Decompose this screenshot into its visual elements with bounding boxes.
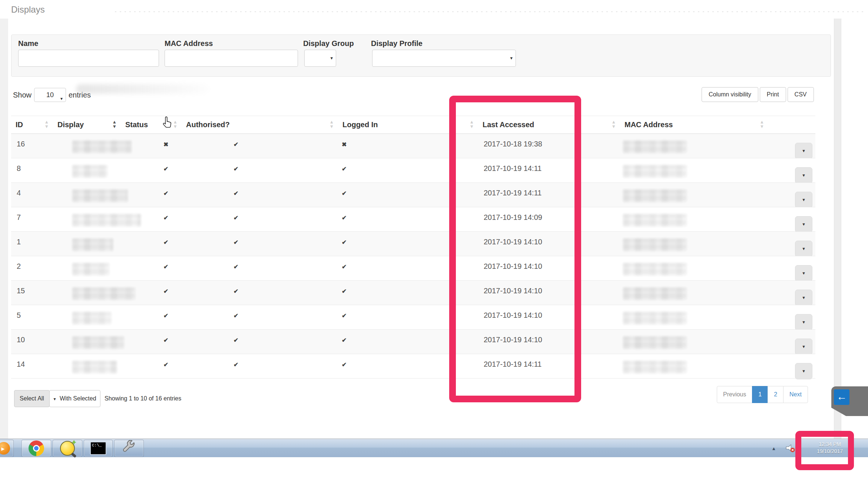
page-length-value: 10 (46, 91, 54, 99)
row-id-cell: 16 (11, 134, 53, 158)
column-header-authorised[interactable]: Authorised? ▴▾ (182, 116, 338, 133)
row-actions-dropdown-button[interactable]: ▾ (795, 167, 812, 184)
check-icon: ✔ (233, 288, 238, 294)
column-header-mac-address[interactable]: MAC Address ▴▾ (620, 116, 768, 133)
row-authorised-cell: ✔ (182, 232, 338, 256)
check-icon: ✔ (163, 288, 168, 294)
mac-filter-label: MAC Address (165, 39, 213, 48)
show-hidden-icons-arrow[interactable]: ▴ (772, 445, 775, 452)
redacted-display-name (72, 165, 107, 178)
chevron-down-icon: ▾ (330, 55, 333, 61)
csv-button[interactable]: CSV (788, 87, 814, 102)
row-status-cell: ✔ (121, 256, 182, 280)
row-actions-cell: ▾ (768, 183, 815, 207)
cross-icon: ✖ (342, 141, 347, 148)
row-actions-dropdown-button[interactable]: ▾ (795, 216, 812, 232)
row-mac-cell (620, 330, 768, 354)
row-actions-dropdown-button[interactable]: ▾ (795, 290, 812, 306)
dock-left-arrow-icon[interactable]: ← (834, 389, 849, 405)
row-display-cell (53, 207, 121, 231)
row-status-cell: ✔ (121, 354, 182, 378)
column-header-id[interactable]: ID ▴▾ (11, 116, 53, 133)
row-actions-cell: ▾ (768, 330, 815, 354)
table-row: 2✔✔✔2017-10-19 14:10▾ (11, 256, 815, 281)
row-display-cell (53, 281, 121, 305)
column-header-actions (768, 116, 815, 133)
pagination-page-2[interactable]: 2 (768, 386, 783, 403)
display-profile-select[interactable]: ▾ (372, 50, 516, 67)
table-header-row: ID ▴▾ Display ▴▾ Status ▴▾ Authorised? ▴… (11, 116, 815, 134)
chevron-down-icon: ▾ (60, 92, 63, 105)
pagination-next[interactable]: Next (783, 386, 808, 403)
row-id-cell: 14 (11, 354, 53, 378)
pagination-previous[interactable]: Previous (717, 386, 752, 403)
row-mac-cell (620, 354, 768, 378)
scrollbar-track[interactable] (834, 19, 841, 439)
row-display-cell (53, 330, 121, 354)
row-authorised-cell: ✔ (182, 134, 338, 158)
check-icon: ✔ (163, 166, 168, 172)
sort-icon: ▴▾ (174, 120, 176, 129)
display-profile-filter-label: Display Profile (371, 39, 423, 48)
sort-icon: ▴▾ (761, 120, 763, 129)
row-actions-dropdown-button[interactable]: ▾ (795, 363, 812, 379)
mac-filter-input[interactable] (165, 50, 298, 67)
row-actions-cell: ▾ (768, 232, 815, 256)
row-actions-dropdown-button[interactable]: ▾ (795, 314, 812, 330)
row-id-cell: 8 (11, 158, 53, 182)
row-mac-cell (620, 207, 768, 231)
row-mac-cell (620, 158, 768, 182)
row-actions-dropdown-button[interactable]: ▾ (795, 265, 812, 281)
row-status-cell: ✔ (121, 183, 182, 207)
wrench-icon (122, 440, 136, 456)
column-visibility-button[interactable]: Column visibility (702, 87, 758, 102)
check-icon: ✔ (163, 239, 168, 245)
dotted-line-artifact (115, 11, 864, 12)
table-row: 14✔✔✔2017-10-19 14:11▾ (11, 354, 815, 379)
redacted-mac-address (623, 336, 687, 349)
sort-active-icon: ▴▾ (113, 120, 116, 129)
volume-muted-icon[interactable] (785, 443, 795, 454)
page-length-select[interactable]: 10 ▾ (34, 88, 66, 102)
taskbar-button-wrench-tool[interactable] (114, 440, 144, 457)
check-icon: ✔ (342, 264, 347, 270)
blurred-ghost-artifact (76, 84, 209, 94)
row-actions-dropdown-button[interactable]: ▾ (795, 241, 812, 257)
check-icon: ✔ (163, 215, 168, 221)
hand-cursor-icon (162, 116, 173, 131)
redacted-mac-address (623, 287, 687, 300)
name-filter-input[interactable] (18, 50, 159, 67)
column-header-display[interactable]: Display ▴▾ (53, 116, 121, 133)
table-row: 16✖✔✖2017-10-18 19:38▾ (11, 134, 815, 158)
pagination-page-1[interactable]: 1 (752, 386, 768, 403)
with-selected-button[interactable]: ▾ With Selected (49, 390, 100, 407)
taskbar-button-chrome[interactable] (21, 440, 51, 457)
row-mac-cell (620, 281, 768, 305)
taskbar-button-media-player[interactable]: ▸ (0, 440, 14, 457)
chevron-down-icon: ▾ (53, 396, 56, 402)
check-icon: ✔ (233, 141, 238, 148)
redacted-mac-address (623, 361, 687, 373)
redacted-mac-address (623, 312, 687, 324)
check-icon: ✔ (342, 362, 347, 368)
check-icon: ✔ (233, 190, 238, 197)
print-button[interactable]: Print (760, 87, 786, 102)
display-group-filter-label: Display Group (303, 39, 354, 48)
table-body: 16✖✔✖2017-10-18 19:38▾8✔✔✔2017-10-19 14:… (11, 134, 815, 379)
taskbar-button-yellow-orb-app[interactable]: ✦ (53, 440, 82, 457)
check-icon: ✔ (342, 215, 347, 221)
row-actions-dropdown-button[interactable]: ▾ (795, 192, 812, 208)
display-group-select[interactable]: ▾ (304, 50, 336, 67)
table-row: 5✔✔✔2017-10-19 14:10▾ (11, 305, 815, 330)
row-actions-dropdown-button[interactable]: ▾ (795, 143, 812, 159)
row-actions-dropdown-button[interactable]: ▾ (795, 339, 812, 355)
annotation-highlight-clock (795, 431, 854, 470)
row-id-cell: 7 (11, 207, 53, 231)
redacted-display-name (72, 287, 135, 300)
taskbar-button-command-prompt[interactable]: C:\_ (84, 440, 113, 457)
row-authorised-cell: ✔ (182, 183, 338, 207)
row-authorised-cell: ✔ (182, 281, 338, 305)
select-all-button[interactable]: Select All (14, 390, 50, 407)
redacted-mac-address (623, 165, 687, 178)
redacted-display-name (72, 214, 141, 227)
